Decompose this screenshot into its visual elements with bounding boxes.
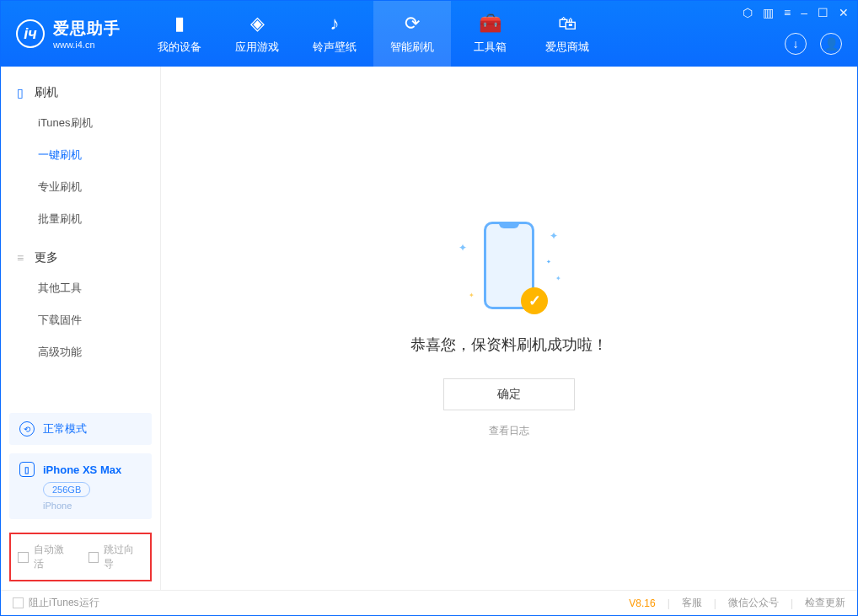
check-badge-icon: ✓	[521, 287, 548, 314]
separator: |	[791, 597, 793, 609]
footer: 阻止iTunes运行 V8.16 | 客服 | 微信公众号 | 检查更新	[1, 590, 857, 615]
checkbox-block-itunes[interactable]: 阻止iTunes运行	[13, 596, 99, 610]
header: iч 爱思助手 www.i4.cn ▮ 我的设备 ◈ 应用游戏 ♪ 铃声壁纸 ⟳…	[1, 1, 857, 67]
checkbox-icon	[13, 597, 24, 608]
sidebar-group-more[interactable]: ≡ 更多	[1, 244, 160, 272]
account-button[interactable]: 👤	[820, 33, 842, 55]
sparkle-icon: ✦	[458, 242, 467, 254]
check-update-link[interactable]: 检查更新	[805, 596, 845, 610]
checkbox-row-highlight: 自动激活 跳过向导	[9, 533, 152, 581]
checkbox-icon	[18, 552, 29, 563]
checkbox-label: 自动激活	[34, 543, 73, 571]
tab-label: 我的设备	[158, 40, 201, 55]
checkbox-icon	[88, 552, 99, 563]
phone-notch-icon	[499, 222, 519, 228]
storage-badge: 256GB	[43, 482, 90, 497]
device-box[interactable]: ▯ iPhone XS Max 256GB iPhone	[9, 453, 152, 519]
list-icon: ≡	[14, 251, 26, 265]
sidebar-item-batch-flash[interactable]: 批量刷机	[1, 203, 160, 235]
wechat-link[interactable]: 微信公众号	[728, 596, 779, 610]
header-right-icons: ↓ 👤	[785, 33, 842, 55]
tab-store[interactable]: 🛍 爱思商城	[528, 1, 606, 67]
minimize-button[interactable]: –	[801, 6, 807, 19]
shirt-icon[interactable]: ⬡	[743, 6, 753, 19]
mode-box[interactable]: ⟲ 正常模式	[9, 413, 152, 445]
menu-icon[interactable]: ≡	[784, 6, 791, 19]
footer-right: V8.16 | 客服 | 微信公众号 | 检查更新	[629, 596, 845, 610]
group-label: 更多	[35, 250, 58, 265]
app-title: 爱思助手	[53, 18, 121, 40]
sidebar-item-pro-flash[interactable]: 专业刷机	[1, 171, 160, 203]
body: ▯ 刷机 iTunes刷机 一键刷机 专业刷机 批量刷机 ≡ 更多 其他工具 下…	[1, 67, 857, 590]
sidebar-item-other-tools[interactable]: 其他工具	[1, 272, 160, 304]
sidebar-item-advanced[interactable]: 高级功能	[1, 336, 160, 368]
tab-ringtone-wallpaper[interactable]: ♪ 铃声壁纸	[296, 1, 373, 67]
mode-label: 正常模式	[43, 421, 87, 437]
device-name: iPhone XS Max	[43, 463, 121, 476]
version-label: V8.16	[629, 597, 655, 609]
main-panel: ✦ ✦ ✦ ✦ ✦ ✓ 恭喜您，保资料刷机成功啦！ 确定 查看日志	[161, 67, 857, 590]
tab-my-device[interactable]: ▮ 我的设备	[141, 1, 218, 67]
tab-smart-flash[interactable]: ⟳ 智能刷机	[373, 1, 451, 67]
mode-icon: ⟲	[19, 421, 35, 437]
group-label: 刷机	[35, 85, 58, 100]
ok-button[interactable]: 确定	[443, 378, 575, 410]
separator: |	[668, 597, 670, 609]
refresh-icon: ⟳	[405, 13, 420, 35]
bag-icon: 🛍	[558, 13, 576, 35]
top-tabs: ▮ 我的设备 ◈ 应用游戏 ♪ 铃声壁纸 ⟳ 智能刷机 🧰 工具箱 🛍 爱思商城	[141, 1, 606, 67]
sidebar-nav: ▯ 刷机 iTunes刷机 一键刷机 专业刷机 批量刷机 ≡ 更多 其他工具 下…	[1, 67, 160, 404]
user-icon: 👤	[824, 37, 839, 51]
sparkle-icon: ✦	[550, 230, 558, 242]
phone-icon: ▮	[174, 13, 185, 35]
app-window: iч 爱思助手 www.i4.cn ▮ 我的设备 ◈ 应用游戏 ♪ 铃声壁纸 ⟳…	[0, 0, 858, 616]
sidebar-item-oneclick-flash[interactable]: 一键刷机	[1, 139, 160, 171]
checkbox-auto-activate[interactable]: 自动激活	[18, 543, 73, 571]
tab-label: 工具箱	[474, 40, 507, 55]
cube-icon: ◈	[250, 13, 265, 35]
sidebar-item-download-firmware[interactable]: 下载固件	[1, 304, 160, 336]
sparkle-icon: ✦	[555, 275, 561, 282]
tab-label: 爱思商城	[545, 40, 589, 55]
tab-label: 铃声壁纸	[313, 40, 357, 55]
separator: |	[714, 597, 716, 609]
sidebar-group-flash[interactable]: ▯ 刷机	[1, 78, 160, 107]
view-log-link[interactable]: 查看日志	[489, 424, 529, 438]
device-type: iPhone	[43, 501, 142, 511]
download-button[interactable]: ↓	[785, 33, 807, 55]
window-controls: ⬡ ▥ ≡ – ☐ ✕	[743, 6, 849, 19]
device-icon: ▯	[14, 86, 26, 99]
download-icon: ↓	[793, 37, 799, 51]
tab-apps-games[interactable]: ◈ 应用游戏	[218, 1, 296, 67]
logo: iч 爱思助手 www.i4.cn	[1, 1, 136, 67]
settings-icon[interactable]: ▥	[763, 6, 774, 19]
maximize-button[interactable]: ☐	[818, 6, 829, 19]
checkbox-label: 跳过向导	[104, 543, 143, 571]
tab-toolbox[interactable]: 🧰 工具箱	[451, 1, 528, 67]
sparkle-icon: ✦	[546, 259, 551, 265]
music-icon: ♪	[330, 13, 340, 35]
close-button[interactable]: ✕	[839, 6, 849, 19]
sparkle-icon: ✦	[469, 292, 475, 299]
sidebar-item-itunes-flash[interactable]: iTunes刷机	[1, 107, 160, 139]
checkbox-label: 阻止iTunes运行	[29, 596, 99, 610]
sidebar: ▯ 刷机 iTunes刷机 一键刷机 专业刷机 批量刷机 ≡ 更多 其他工具 下…	[1, 67, 161, 590]
logo-icon: iч	[16, 19, 45, 48]
toolbox-icon: 🧰	[479, 13, 501, 35]
checkbox-skip-guide[interactable]: 跳过向导	[88, 543, 144, 571]
customer-service-link[interactable]: 客服	[682, 596, 702, 610]
tab-label: 智能刷机	[390, 40, 434, 55]
app-subtitle: www.i4.cn	[53, 40, 121, 50]
success-illustration: ✦ ✦ ✦ ✦ ✦ ✓	[450, 218, 568, 319]
tab-label: 应用游戏	[235, 40, 279, 55]
success-title: 恭喜您，保资料刷机成功啦！	[410, 335, 608, 355]
device-icon: ▯	[19, 462, 35, 477]
